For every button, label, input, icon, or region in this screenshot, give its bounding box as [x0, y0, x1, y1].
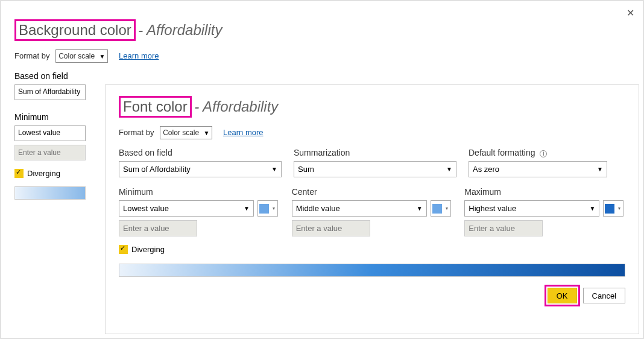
bg-format-by-label: Format by [14, 51, 50, 60]
fc-maximum-select[interactable]: Highest value ▼ [464, 200, 599, 217]
chevron-down-icon: ▼ [597, 166, 603, 173]
fc-minimum-value: Lowest value [123, 204, 169, 213]
bg-minimum-select[interactable]: Lowest value [14, 125, 86, 141]
fc-learn-more-link[interactable]: Learn more [223, 128, 263, 137]
fc-maximum-input[interactable] [464, 220, 543, 236]
fc-default-fmt-select[interactable]: As zero ▼ [469, 161, 607, 177]
fc-gradient-preview [119, 264, 625, 277]
bg-learn-more-link[interactable]: Learn more [119, 51, 159, 60]
fc-center-select[interactable]: Middle value ▼ [292, 200, 427, 217]
fc-maximum-value: Highest value [469, 204, 516, 213]
chevron-down-icon: ▼ [417, 205, 423, 212]
chevron-down-icon: ▼ [446, 166, 452, 173]
close-icon[interactable]: ✕ [627, 7, 634, 19]
font-color-dialog: Font color - Affordability Format by Col… [105, 84, 639, 334]
color-swatch [605, 204, 614, 214]
color-swatch [259, 204, 269, 214]
chevron-down-icon: ▼ [204, 128, 210, 138]
fc-title: Font color [119, 96, 192, 118]
chevron-down-icon: ▼ [244, 205, 250, 212]
chevron-down-icon: ▼ [589, 205, 595, 212]
cancel-button[interactable]: Cancel [583, 288, 625, 303]
fc-summarization-label: Summarization [294, 148, 456, 157]
fc-diverging-checkbox[interactable] [119, 245, 128, 254]
color-swatch [432, 204, 442, 214]
fc-minimum-input[interactable] [119, 220, 197, 236]
fc-minimum-color-picker[interactable]: ▾ [257, 200, 278, 217]
bg-title: Background color [14, 19, 136, 41]
bg-based-on-value: Sum of Affordability [18, 87, 80, 96]
fc-based-on-value: Sum of Affordability [123, 165, 191, 174]
ok-button[interactable]: OK [548, 288, 577, 303]
bg-gradient-preview [14, 186, 86, 200]
bg-based-on-select[interactable]: Sum of Affordability [14, 84, 86, 100]
fc-format-by-label: Format by [119, 128, 154, 137]
info-icon: i [540, 150, 547, 157]
fc-summarization-select[interactable]: Sum ▼ [294, 161, 456, 177]
fc-format-by-select[interactable]: Color scale ▼ [160, 126, 212, 139]
bg-minimum-value: Lowest value [18, 128, 60, 137]
fc-minimum-label: Minimum [119, 187, 280, 197]
bg-format-by-value: Color scale [58, 52, 95, 60]
bg-diverging-checkbox[interactable] [14, 169, 24, 178]
fc-diverging-label: Diverging [131, 245, 165, 254]
chevron-down-icon: ▼ [271, 166, 277, 173]
chevron-down-icon: ▾ [617, 206, 622, 211]
fc-default-fmt-value: As zero [473, 165, 499, 174]
fc-default-fmt-label: Default formatting i [469, 148, 625, 157]
fc-maximum-color-picker[interactable]: ▾ [603, 200, 623, 217]
bg-diverging-label: Diverging [27, 169, 60, 178]
chevron-down-icon: ▼ [99, 52, 106, 62]
chevron-down-icon: ▾ [444, 206, 449, 211]
bg-format-by-select[interactable]: Color scale ▼ [55, 49, 108, 63]
fc-based-on-label: Based on field [119, 148, 282, 157]
fc-center-color-picker[interactable]: ▾ [431, 200, 451, 217]
fc-based-on-select[interactable]: Sum of Affordability ▼ [119, 161, 282, 177]
fc-format-by-value: Color scale [163, 128, 199, 137]
bg-subtitle: - Affordability [138, 22, 222, 38]
bg-minimum-input[interactable] [14, 145, 86, 160]
fc-maximum-label: Maximum [464, 187, 625, 197]
fc-center-value: Middle value [296, 204, 340, 213]
bg-based-on-label: Based on field [14, 71, 631, 81]
fc-subtitle: - Affordability [194, 98, 278, 115]
chevron-down-icon: ▾ [271, 206, 276, 211]
fc-center-label: Center [292, 187, 453, 197]
fc-center-input[interactable] [292, 220, 370, 236]
fc-summarization-value: Sum [298, 165, 314, 174]
fc-minimum-select[interactable]: Lowest value ▼ [119, 200, 254, 217]
